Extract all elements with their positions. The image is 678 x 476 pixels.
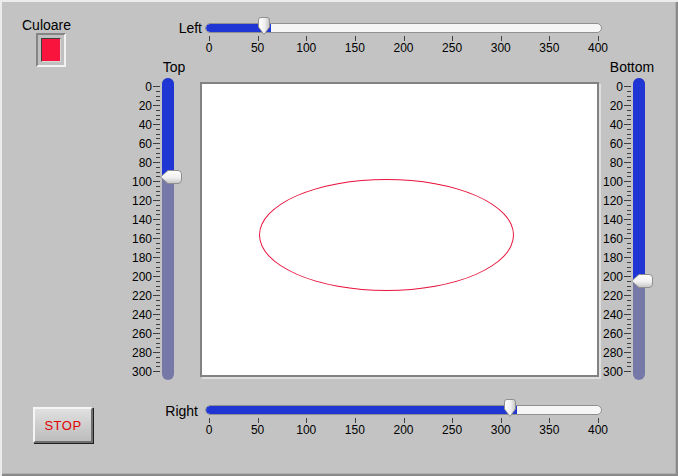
tick-label: 220 [114, 288, 152, 304]
tick [153, 333, 160, 334]
tick [624, 238, 631, 239]
tick [624, 371, 631, 372]
tick [627, 271, 631, 272]
tick [156, 347, 160, 348]
tick [627, 343, 631, 344]
tick [156, 338, 160, 339]
tick [627, 172, 631, 173]
tick [156, 186, 160, 187]
slider-bottom-label: Bottom [605, 60, 659, 75]
tick [627, 309, 631, 310]
tick [624, 257, 631, 258]
tick [156, 286, 160, 287]
tick-label: 200 [384, 41, 424, 55]
tick [627, 138, 631, 139]
tick [156, 248, 160, 249]
tick [624, 86, 631, 87]
slider-bottom: 0204060801001201401601802002202402602803… [633, 78, 645, 380]
tick [153, 257, 160, 258]
tick [156, 153, 160, 154]
tick-label: 350 [529, 423, 569, 437]
tick-label: 200 [114, 269, 152, 285]
tick [624, 143, 631, 144]
tick [156, 224, 160, 225]
tick [627, 167, 631, 168]
tick [156, 229, 160, 230]
stop-button[interactable]: STOP [33, 407, 93, 443]
tick [627, 233, 631, 234]
slider-bottom-thumb[interactable] [631, 274, 653, 288]
ellipse [259, 179, 514, 291]
tick [627, 129, 631, 130]
tick [156, 281, 160, 282]
tick [153, 371, 160, 372]
tick [624, 181, 631, 182]
tick [627, 366, 631, 367]
slider-top: 0204060801001201401601802002202402602803… [162, 78, 174, 380]
tick [153, 276, 160, 277]
tick [627, 186, 631, 187]
tick [627, 119, 631, 120]
tick [156, 362, 160, 363]
tick [627, 290, 631, 291]
tick-label: 100 [114, 174, 152, 190]
tick [156, 195, 160, 196]
slider-right-thumb[interactable] [503, 398, 517, 418]
tick [153, 238, 160, 239]
tick-label: 240 [114, 307, 152, 323]
tick-label: 350 [529, 41, 569, 55]
slider-right-track[interactable] [205, 405, 602, 415]
front-panel: Culoare Left 050100150200250300350400 Ri… [0, 0, 678, 476]
tick-label: 150 [335, 423, 375, 437]
slider-top-label: Top [152, 60, 196, 75]
tick [156, 324, 160, 325]
tick-label: 280 [114, 345, 152, 361]
tick [156, 300, 160, 301]
tick-label: 80 [114, 155, 152, 171]
tick-label: 300 [481, 41, 521, 55]
tick-label: 50 [238, 41, 278, 55]
tick [156, 233, 160, 234]
tick-label: 200 [384, 423, 424, 437]
tick [624, 124, 631, 125]
tick [624, 162, 631, 163]
tick [156, 119, 160, 120]
color-box[interactable] [36, 33, 66, 67]
slider-right-fill [206, 406, 517, 414]
slider-bottom-track[interactable] [633, 78, 645, 380]
tick-label: 250 [432, 41, 472, 55]
tick [156, 210, 160, 211]
tick [627, 338, 631, 339]
tick [627, 300, 631, 301]
tick [156, 214, 160, 215]
tick-label: 100 [286, 41, 326, 55]
tick-label: 40 [114, 117, 152, 133]
tick [156, 96, 160, 97]
tick-label: 0 [189, 423, 229, 437]
slider-left-thumb[interactable] [257, 16, 271, 36]
tick-label: 150 [335, 41, 375, 55]
color-swatch [41, 38, 61, 62]
slider-top-thumb[interactable] [160, 170, 182, 184]
tick-label: 180 [114, 250, 152, 266]
tick [156, 309, 160, 310]
tick [624, 314, 631, 315]
tick [156, 115, 160, 116]
slider-top-track[interactable] [162, 78, 174, 380]
tick [156, 305, 160, 306]
tick [153, 124, 160, 125]
tick [156, 134, 160, 135]
tick [153, 219, 160, 220]
tick [627, 91, 631, 92]
tick-label: 20 [114, 98, 152, 114]
tick [156, 148, 160, 149]
picture-canvas [200, 82, 599, 377]
tick [156, 191, 160, 192]
color-box-label: Culoare [22, 18, 71, 33]
tick-label: 160 [114, 231, 152, 247]
tick [627, 214, 631, 215]
tick [627, 319, 631, 320]
tick [627, 210, 631, 211]
tick [627, 176, 631, 177]
tick-label: 300 [114, 364, 152, 380]
